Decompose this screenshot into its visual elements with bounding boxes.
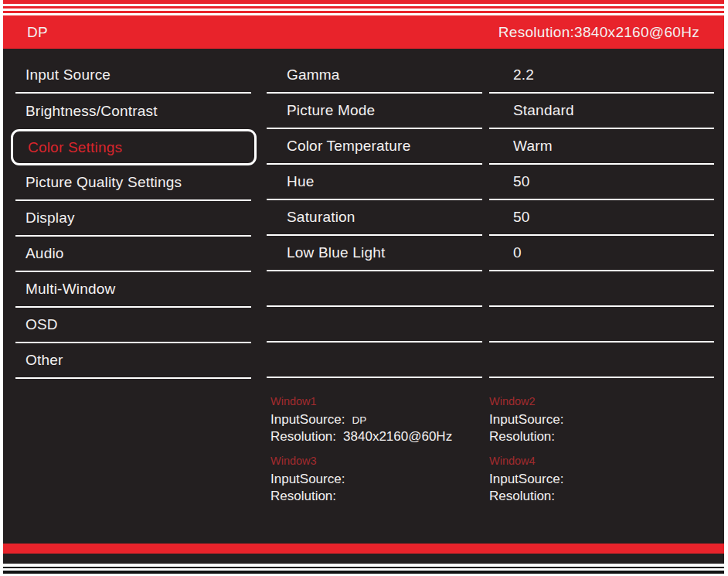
setting-value: Warm <box>513 138 553 155</box>
menu-item-brightness-contrast[interactable]: Brightness/Contrast <box>15 94 251 129</box>
setting-row-saturation[interactable]: Saturation <box>267 200 482 236</box>
setting-row-gamma[interactable]: Gamma <box>267 58 482 94</box>
setting-name: Gamma <box>287 66 340 84</box>
window4-input-source-line: InputSource: <box>489 471 706 488</box>
setting-name: Saturation <box>287 209 355 226</box>
osd-panel: DP Resolution:3840x2160@60Hz Input Sourc… <box>3 15 724 564</box>
setting-value-color-temperature: Warm <box>489 129 714 165</box>
menu-item-picture-quality-settings[interactable]: Picture Quality Settings <box>15 165 251 201</box>
decorative-stripe <box>3 11 724 13</box>
bottom-rule-thin <box>3 567 724 568</box>
osd-body: Input Source Brightness/Contrast Color S… <box>3 49 724 544</box>
input-source-label: InputSource: <box>489 472 563 486</box>
window4-info: Window4 InputSource: Resolution: <box>489 455 706 504</box>
setting-value-empty <box>489 307 714 343</box>
setting-value: 50 <box>513 209 530 226</box>
osd-header-bar: DP Resolution:3840x2160@60Hz <box>3 15 724 49</box>
window1-input-source-line: InputSource:DP <box>270 411 487 428</box>
header-resolution-label: Resolution:3840x2160@60Hz <box>498 24 699 41</box>
menu-item-color-settings[interactable]: Color Settings <box>11 129 257 165</box>
setting-row-empty <box>267 271 482 307</box>
setting-row-low-blue-light[interactable]: Low Blue Light <box>267 236 482 271</box>
top-decorative-stripes <box>3 0 724 13</box>
setting-values-column: 2.2 Standard Warm 50 50 0 <box>489 49 714 378</box>
resolution-value: 3840x2160@60Hz <box>343 429 452 444</box>
setting-value: Standard <box>513 102 574 119</box>
menu-item-display[interactable]: Display <box>15 201 251 237</box>
setting-value: 0 <box>513 244 522 261</box>
window1-resolution-line: Resolution:3840x2160@60Hz <box>270 428 487 445</box>
menu-item-label: OSD <box>26 316 58 333</box>
resolution-label: Resolution: <box>489 429 555 444</box>
setting-value-low-blue-light: 0 <box>489 236 714 271</box>
setting-value: 50 <box>513 173 530 190</box>
setting-name: Picture Mode <box>287 102 375 119</box>
window4-title: Window4 <box>489 455 706 467</box>
decorative-stripe <box>3 6 724 9</box>
menu-item-input-source[interactable]: Input Source <box>15 58 251 94</box>
window4-resolution-line: Resolution: <box>489 488 706 504</box>
input-source-label: InputSource: <box>270 472 345 486</box>
resolution-label: Resolution: <box>270 489 336 503</box>
window2-title: Window2 <box>489 395 706 407</box>
resolution-label: Resolution: <box>270 429 336 444</box>
setting-value-empty <box>489 271 714 307</box>
menu-item-multi-window[interactable]: Multi-Window <box>15 272 251 308</box>
setting-value-empty <box>489 343 714 378</box>
window3-title: Window3 <box>270 455 487 467</box>
input-source-label: InputSource: <box>489 412 563 427</box>
bottom-rule-thick <box>3 571 724 574</box>
setting-value-saturation: 50 <box>489 200 714 236</box>
window2-input-source-line: InputSource: <box>489 411 706 428</box>
window3-info: Window3 InputSource: Resolution: <box>270 455 487 504</box>
setting-row-empty <box>267 343 482 378</box>
setting-row-hue[interactable]: Hue <box>267 165 482 200</box>
setting-row-color-temperature[interactable]: Color Temperature <box>267 129 482 165</box>
menu-item-other[interactable]: Other <box>15 343 251 379</box>
menu-item-label: Display <box>26 210 75 227</box>
input-source-label: InputSource: <box>270 412 345 427</box>
window2-resolution-line: Resolution: <box>489 428 706 445</box>
window1-info: Window1 InputSource:DP Resolution:3840x2… <box>270 395 487 445</box>
header-input-source-label: DP <box>27 24 48 41</box>
menu-item-label: Brightness/Contrast <box>26 103 158 120</box>
setting-row-picture-mode[interactable]: Picture Mode <box>267 94 482 129</box>
window3-input-source-line: InputSource: <box>270 471 487 488</box>
window2-info: Window2 InputSource: Resolution: <box>489 395 706 445</box>
menu-item-label: Input Source <box>26 66 111 84</box>
decorative-stripe <box>3 0 724 4</box>
resolution-label: Resolution: <box>489 489 555 503</box>
osd-page: DP Resolution:3840x2160@60Hz Input Sourc… <box>0 0 728 576</box>
menu-item-label: Color Settings <box>28 139 122 156</box>
menu-item-audio[interactable]: Audio <box>15 237 251 272</box>
setting-name: Low Blue Light <box>287 244 385 261</box>
window3-resolution-line: Resolution: <box>270 488 487 504</box>
menu-item-label: Audio <box>26 245 64 262</box>
menu-item-osd[interactable]: OSD <box>15 308 251 343</box>
setting-value-gamma: 2.2 <box>489 58 714 94</box>
setting-value: 2.2 <box>513 66 534 84</box>
setting-row-empty <box>267 307 482 343</box>
input-source-value: DP <box>352 414 366 426</box>
setting-names-column: Gamma Picture Mode Color Temperature Hue… <box>267 49 482 378</box>
setting-name: Hue <box>287 173 314 190</box>
setting-value-hue: 50 <box>489 165 714 200</box>
bottom-red-bar <box>3 544 724 554</box>
setting-value-picture-mode: Standard <box>489 94 714 129</box>
menu-item-label: Picture Quality Settings <box>26 174 182 191</box>
menu-item-label: Other <box>26 352 63 369</box>
setting-name: Color Temperature <box>287 138 410 155</box>
window1-title: Window1 <box>270 395 487 407</box>
main-menu: Input Source Brightness/Contrast Color S… <box>15 49 251 379</box>
menu-item-label: Multi-Window <box>26 281 115 298</box>
